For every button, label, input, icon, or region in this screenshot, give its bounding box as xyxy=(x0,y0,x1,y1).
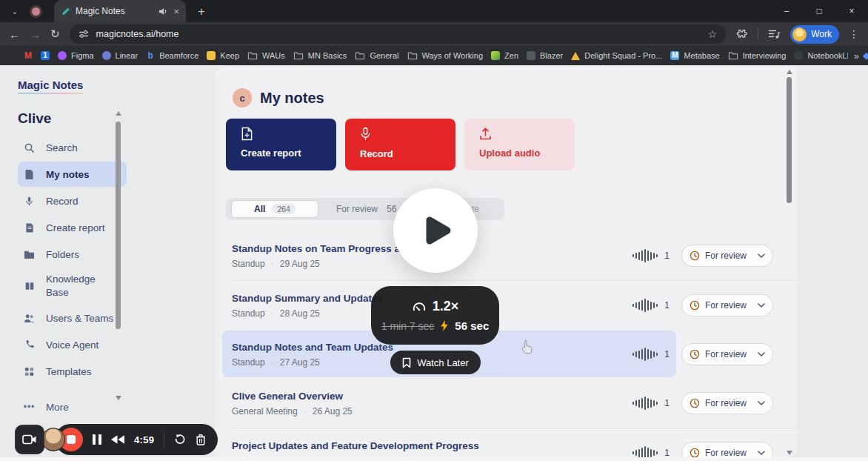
note-row[interactable]: Project Updates and Feature Development … xyxy=(232,428,797,457)
bookmark-item[interactable]: Keep xyxy=(207,51,239,60)
reload-button[interactable]: ↻ xyxy=(50,27,60,41)
browser-tab[interactable]: Magic Notes × xyxy=(54,0,186,22)
status-dropdown[interactable]: For review xyxy=(681,294,773,316)
scrollbar-thumb[interactable] xyxy=(116,122,121,329)
watch-later-button[interactable]: Watch Later xyxy=(390,351,481,374)
meta-dot: · xyxy=(271,259,274,269)
window-close-button[interactable]: × xyxy=(835,0,868,22)
media-controls-icon[interactable] xyxy=(768,29,781,39)
page-scrollbar[interactable] xyxy=(787,70,793,203)
status-dropdown[interactable]: For review xyxy=(681,392,773,414)
clock-icon xyxy=(690,251,700,261)
clock-icon xyxy=(690,300,700,311)
tab-search-chevron-icon[interactable]: ⌄ xyxy=(7,7,22,16)
status-dropdown[interactable]: For review xyxy=(681,442,773,457)
status-dropdown[interactable]: For review xyxy=(681,343,773,365)
tab-for-review[interactable]: For review 56 xyxy=(336,204,396,214)
camera-toggle-button[interactable] xyxy=(15,425,44,454)
note-title[interactable]: Clive General Overview xyxy=(232,391,632,402)
bookmark-item[interactable]: General xyxy=(355,51,398,60)
upload-icon xyxy=(479,127,492,141)
note-row[interactable]: Standup Notes on Team Progress and Stand… xyxy=(232,231,797,281)
sidebar-item-templates[interactable]: Templates xyxy=(18,359,127,384)
sidebar: Magic Notes Clive Search My notes Record… xyxy=(0,65,215,461)
bookmark-item[interactable]: Blazer xyxy=(527,51,563,60)
back-button[interactable]: ← xyxy=(9,28,20,41)
audio-count: 1 xyxy=(664,398,670,408)
note-row[interactable]: Standup Notes and Team Updates Standup ·… xyxy=(232,330,797,379)
sidebar-item-my-notes[interactable]: My notes xyxy=(18,162,127,187)
folder-icon xyxy=(23,250,36,259)
bookmark-item[interactable]: Ways of Working xyxy=(407,51,484,60)
sidebar-item-voice-agent[interactable]: Voice Agent xyxy=(18,332,127,357)
app-logo[interactable]: Magic Notes xyxy=(18,79,83,94)
scroll-up-arrow-icon[interactable] xyxy=(787,70,792,74)
site-settings-icon[interactable] xyxy=(79,30,89,39)
new-tab-button[interactable]: + xyxy=(198,5,205,18)
create-report-button[interactable]: Create report xyxy=(226,119,336,170)
tab-all[interactable]: All 264 xyxy=(231,200,318,218)
scroll-down-arrow-icon[interactable] xyxy=(787,451,792,455)
note-row[interactable]: Standup Summary and Updates Standup · 28… xyxy=(232,281,797,330)
figma-icon xyxy=(58,51,67,60)
window-maximize-button[interactable]: □ xyxy=(803,0,835,22)
note-date: 26 Aug 25 xyxy=(313,406,353,417)
tab-close-icon[interactable]: × xyxy=(173,6,179,17)
bookmark-item[interactable]: Interviewing xyxy=(728,51,787,60)
rewind-icon[interactable] xyxy=(111,435,124,444)
note-title[interactable]: Project Updates and Feature Development … xyxy=(232,440,632,451)
clock-icon xyxy=(690,398,700,408)
scroll-down-arrow-icon[interactable] xyxy=(116,396,121,400)
record-button[interactable]: Record xyxy=(345,119,455,170)
profile-chip[interactable]: Work xyxy=(790,25,839,44)
recorder-user-avatar[interactable] xyxy=(41,428,65,451)
recorder-divider xyxy=(164,432,164,447)
sidebar-scrollbar[interactable] xyxy=(116,111,122,400)
sidebar-item-record[interactable]: Record xyxy=(18,188,127,213)
bookmark-item[interactable]: WAUs xyxy=(247,51,285,60)
playback-speed-card[interactable]: 1.2× 1 min 7 sec 56 sec xyxy=(371,286,499,345)
sidebar-item-create-report[interactable]: Create report xyxy=(18,215,127,240)
bookmark-item[interactable]: Figma xyxy=(58,51,94,60)
bookmark-star-icon[interactable]: ☆ xyxy=(708,28,718,40)
bookmark-item[interactable]: M xyxy=(24,51,33,60)
bookmark-item[interactable]: 1 xyxy=(41,51,50,60)
recording-indicator-icon[interactable] xyxy=(30,5,42,18)
bookmark-item[interactable]: NotebookLM xyxy=(794,51,853,60)
browser-menu-icon[interactable]: ⋮ xyxy=(849,28,859,40)
bookmarks-overflow-chevron-icon[interactable]: » xyxy=(848,50,859,62)
note-row[interactable]: Clive General Overview General Meeting ·… xyxy=(232,379,797,428)
scrollbar-thumb[interactable] xyxy=(787,77,792,203)
upload-audio-button[interactable]: Upload audio xyxy=(464,119,575,170)
restart-recording-icon[interactable] xyxy=(174,434,186,445)
bookmark-item[interactable]: Delight Squad - Pro... xyxy=(571,51,662,60)
scroll-up-arrow-icon[interactable] xyxy=(116,111,121,116)
video-camera-icon xyxy=(22,434,37,445)
bookmark-item[interactable]: M Metabase xyxy=(670,51,719,60)
extensions-puzzle-icon[interactable] xyxy=(735,28,748,41)
note-date: 26 Aug 25 xyxy=(313,456,353,457)
sidebar-item-folders[interactable]: Folders xyxy=(18,242,127,267)
trash-icon[interactable] xyxy=(196,434,206,445)
video-play-button[interactable] xyxy=(393,188,478,273)
bookmark-item[interactable]: Zen xyxy=(491,51,518,60)
meta-dot: · xyxy=(271,357,274,368)
reduced-duration: 56 sec xyxy=(455,319,489,332)
status-label: For review xyxy=(705,398,752,408)
tab-audio-icon[interactable] xyxy=(158,7,168,16)
sidebar-item-users-teams[interactable]: Users & Teams xyxy=(18,305,127,331)
bookmark-item[interactable]: Linear xyxy=(102,51,138,60)
sidebar-item-search[interactable]: Search xyxy=(18,135,127,160)
bookmark-item[interactable]: MN Basics xyxy=(293,51,347,60)
pause-recording-button[interactable] xyxy=(93,434,101,445)
forward-button[interactable]: → xyxy=(30,28,41,41)
sidebar-item-more[interactable]: ••• More xyxy=(18,394,127,419)
page-bottom-edge xyxy=(0,457,868,461)
bookmark-item[interactable]: b Beamforce xyxy=(146,51,198,60)
sidebar-item-label: Users & Teams xyxy=(46,313,113,324)
sidebar-item-knowledge-base[interactable]: Knowledge Base xyxy=(18,268,127,304)
status-dropdown[interactable]: For review xyxy=(681,245,773,267)
window-minimize-button[interactable]: – xyxy=(770,0,803,22)
bookmark-item[interactable]: ◆ Gemini xyxy=(862,51,868,60)
address-bar[interactable]: magicnotes.ai/home ☆ xyxy=(70,24,727,44)
